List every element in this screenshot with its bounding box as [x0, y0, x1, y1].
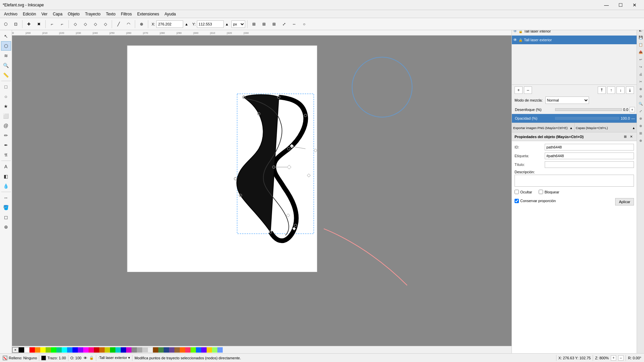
- palette-darkblue[interactable]: [121, 347, 126, 353]
- toolbar-close-open[interactable]: ⊕: [137, 20, 146, 28]
- layer-move-up[interactable]: ↑: [607, 86, 615, 94]
- toolbar-del-node[interactable]: ✖: [35, 20, 43, 28]
- tool-calligraphy[interactable]: 𝔄: [1, 150, 11, 160]
- layer-move-top[interactable]: ⤒: [598, 86, 606, 94]
- palette-violet[interactable]: [201, 347, 207, 353]
- menu-ver[interactable]: Ver: [39, 11, 50, 17]
- palette-lime[interactable]: [46, 347, 51, 353]
- tool-pen[interactable]: ✒: [1, 140, 11, 150]
- palette-olive[interactable]: [105, 347, 110, 353]
- layer-remove-button[interactable]: –: [524, 86, 532, 94]
- far-right-btn5[interactable]: 📤: [638, 49, 644, 55]
- palette-green[interactable]: [51, 347, 56, 353]
- palette-darkcyan[interactable]: [115, 347, 121, 353]
- toolbar-curve-seg[interactable]: ◠: [124, 20, 133, 28]
- tool-spiral[interactable]: @: [1, 121, 11, 130]
- toolbar-join-nodes[interactable]: ⌐: [48, 20, 56, 28]
- export-tab[interactable]: Exportar imagen PNG (Mayús+Ctrl+E) ▲: [512, 123, 575, 132]
- far-right-btn7[interactable]: ↪: [638, 64, 644, 70]
- far-right-btn15[interactable]: ⊕: [638, 123, 644, 129]
- far-right-btn14[interactable]: ⊕: [638, 115, 644, 121]
- canvas-svg[interactable]: [5, 36, 519, 349]
- palette-red[interactable]: [30, 347, 35, 353]
- palette-black[interactable]: [19, 347, 24, 353]
- far-right-btn6[interactable]: ↩: [638, 56, 644, 62]
- far-right-btn10[interactable]: ⊕: [638, 86, 644, 92]
- obj-props-btn1[interactable]: ⊞: [623, 134, 628, 139]
- fill-swatch[interactable]: [3, 356, 7, 360]
- menu-objeto[interactable]: Objeto: [65, 11, 82, 17]
- tool-rect[interactable]: □: [1, 82, 11, 92]
- y-coord-input[interactable]: [197, 20, 224, 28]
- palette-navy[interactable]: [164, 347, 169, 353]
- stroke-swatch[interactable]: [41, 356, 46, 360]
- toolbar-cusp[interactable]: ◇: [71, 20, 79, 28]
- tool-spray[interactable]: ⊕: [1, 222, 11, 232]
- palette-darkorange[interactable]: [180, 347, 185, 353]
- desenfoque-plus[interactable]: +: [630, 107, 635, 112]
- palette-sky[interactable]: [67, 347, 72, 353]
- tool-tweak[interactable]: ≋: [1, 51, 11, 60]
- tool-zoom[interactable]: 🔍: [1, 61, 11, 70]
- tool-text[interactable]: A: [1, 162, 11, 171]
- close-button[interactable]: ✕: [628, 0, 641, 10]
- toolbar-extra[interactable]: ○: [300, 20, 309, 28]
- palette-orange[interactable]: [35, 347, 40, 353]
- palette-chartreuse[interactable]: [191, 347, 196, 353]
- palette-purple[interactable]: [78, 347, 83, 353]
- tool-connector[interactable]: ↔: [1, 193, 11, 202]
- maximize-button[interactable]: ☐: [614, 0, 627, 10]
- toolbar-line-seg[interactable]: ╱: [114, 20, 123, 28]
- layer-move-down[interactable]: ↓: [616, 86, 625, 94]
- prop-id-input[interactable]: [545, 144, 634, 150]
- palette-darkmagenta[interactable]: [126, 347, 131, 353]
- palette-cyan[interactable]: [62, 347, 67, 353]
- palette-mint[interactable]: [212, 347, 217, 353]
- zoom-out-btn[interactable]: –: [618, 355, 624, 361]
- layers-tab[interactable]: Capas (Mayús+Ctrl+L) ▲: [575, 123, 637, 132]
- tool-dropper[interactable]: 💧: [1, 181, 11, 191]
- tool-ellipse[interactable]: ○: [1, 92, 11, 101]
- toolbar-break-nodes[interactable]: ⌐: [58, 20, 66, 28]
- layer-eye-exterior[interactable]: 👁: [513, 38, 517, 42]
- toolbar-snap3[interactable]: ⊞: [270, 20, 278, 28]
- tool-fill[interactable]: 🪣: [1, 203, 11, 212]
- palette-blue[interactable]: [72, 347, 78, 353]
- toolbar-transform[interactable]: ↔: [290, 20, 299, 28]
- far-right-btn11[interactable]: ⊖: [638, 93, 644, 99]
- menu-filtros[interactable]: Filtros: [118, 11, 135, 17]
- toolbar-snap2[interactable]: ⊞: [260, 20, 268, 28]
- layer-row-exterior[interactable]: 👁 🔒 Tall laser exterior: [512, 36, 637, 44]
- tool-gradient[interactable]: ◧: [1, 172, 11, 181]
- tool-star[interactable]: ★: [1, 102, 11, 111]
- toolbar-auto-smooth[interactable]: ◇: [101, 20, 110, 28]
- menu-ayuda[interactable]: Ayuda: [162, 11, 178, 17]
- toolbar-snap1[interactable]: ⊞: [250, 20, 258, 28]
- prop-titulo-input[interactable]: [545, 161, 634, 168]
- far-right-btn17[interactable]: ⊕: [638, 137, 644, 143]
- menu-texto[interactable]: Texto: [103, 11, 118, 17]
- tool-eraser[interactable]: ◻: [1, 213, 11, 222]
- far-right-btn16[interactable]: ⊞: [638, 130, 644, 136]
- palette-yellow[interactable]: [40, 347, 46, 353]
- menu-capa[interactable]: Capa: [50, 11, 65, 17]
- opacidad-slider[interactable]: [555, 117, 619, 120]
- palette-brown[interactable]: [99, 347, 105, 353]
- palette-darkforest[interactable]: [158, 347, 164, 353]
- palette-gold[interactable]: [207, 347, 212, 353]
- palette-periwinkle[interactable]: [217, 347, 223, 353]
- ocultar-checkbox[interactable]: [515, 190, 519, 194]
- far-right-btn13[interactable]: ⤢: [638, 108, 644, 114]
- palette-indigo[interactable]: [169, 347, 174, 353]
- canvas-background[interactable]: [5, 36, 519, 349]
- unit-select[interactable]: px mm cm: [231, 20, 245, 28]
- layer-add-button[interactable]: +: [515, 86, 523, 94]
- palette-pink[interactable]: [89, 347, 94, 353]
- toolbar-add-node[interactable]: ✚: [24, 20, 33, 28]
- tool-node-edit[interactable]: ⬡: [1, 41, 11, 51]
- palette-gray[interactable]: [131, 347, 137, 353]
- palette-magenta[interactable]: [83, 347, 89, 353]
- apply-button[interactable]: Aplicar: [615, 198, 634, 205]
- blend-mode-select[interactable]: Normal Multiplicar Pantalla: [545, 97, 589, 104]
- palette-darkbrown[interactable]: [153, 347, 158, 353]
